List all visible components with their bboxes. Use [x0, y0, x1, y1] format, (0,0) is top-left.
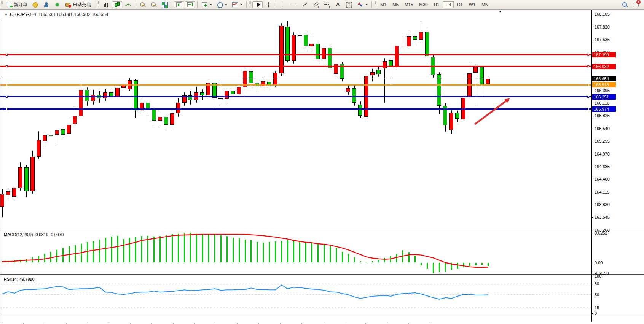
tab-timeframe-H4[interactable]: H4: [443, 1, 454, 8]
panel-divider[interactable]: [0, 229, 644, 229]
tile-windows-icon: [161, 2, 168, 8]
chevron-down-icon: [210, 4, 212, 5]
horizontal-line-tool-button[interactable]: [289, 1, 299, 8]
crosshair-icon: [265, 2, 272, 8]
auto-trading-icon: [65, 2, 72, 8]
horizontal-line-icon: [291, 2, 297, 8]
toolbar-grip: [98, 1, 99, 8]
chart-shift-button[interactable]: [185, 1, 195, 8]
zoom-out-button[interactable]: [148, 1, 159, 8]
tab-timeframe-M1[interactable]: M1: [378, 1, 389, 8]
rsi-axis-label: 0: [595, 311, 597, 316]
cursor-tool-button[interactable]: [252, 1, 263, 8]
zoom-out-icon: [150, 2, 157, 8]
toolbar-grip: [1, 1, 3, 8]
toolbar: 新订单 自动交易 E F A T: [0, 0, 644, 10]
rsi-panel: [0, 10, 644, 318]
price-level-badge: 165.974: [592, 106, 616, 112]
fibonacci-tool-button[interactable]: F: [322, 1, 332, 8]
text-label-icon: T: [346, 2, 352, 8]
price-axis-tick: [591, 205, 593, 205]
new-order-button[interactable]: 新订单: [4, 1, 29, 8]
arrows-icon: [357, 2, 363, 8]
macd-axis-tick: [591, 263, 593, 263]
price-axis-label: 164.970: [595, 152, 610, 156]
fibonacci-icon: F: [324, 2, 330, 8]
bar-chart-icon: [103, 2, 109, 8]
indicators-button[interactable]: [199, 1, 214, 8]
profile-button[interactable]: [41, 1, 51, 8]
panel-divider: [0, 314, 644, 314]
chevron-down-icon: [365, 4, 368, 5]
separator: [135, 1, 135, 8]
auto-scroll-button[interactable]: [174, 1, 184, 8]
crosshair-tool-button[interactable]: [263, 1, 274, 8]
notifications-button[interactable]: 1: [631, 1, 641, 8]
price-axis-label: 165.825: [595, 113, 610, 118]
zoom-in-button[interactable]: [137, 1, 148, 8]
price-axis-tick: [591, 154, 593, 154]
macd-axis-label: 0.00: [595, 260, 603, 265]
price-level-badge: 166.251: [592, 94, 616, 100]
zoom-in-icon: [139, 2, 146, 8]
styler-button[interactable]: [30, 1, 40, 8]
rsi-label: RSI(14) 49.7980: [4, 277, 35, 281]
candlestick-icon: [114, 2, 120, 8]
separator: [371, 1, 372, 8]
text-tool-button[interactable]: A: [333, 1, 343, 8]
tile-windows-button[interactable]: [159, 1, 170, 8]
rsi-axis-label: 100: [595, 274, 601, 278]
macd-axis-label: 0.6252: [595, 231, 607, 235]
auto-trading-button[interactable]: 自动交易: [63, 1, 93, 8]
periods-button[interactable]: [215, 1, 229, 8]
mt4-window: 新订单 自动交易 E F A T: [0, 0, 644, 324]
price-level-badge: 166.654: [592, 76, 616, 81]
search-button[interactable]: [620, 1, 630, 8]
price-axis-label: 164.400: [595, 177, 610, 181]
signals-button[interactable]: [52, 1, 62, 8]
templates-button[interactable]: [230, 1, 244, 8]
price-level-badge: 167.199: [592, 52, 616, 57]
channel-tool-button[interactable]: E: [311, 1, 321, 8]
trendline-tool-button[interactable]: [300, 1, 310, 8]
tab-timeframe-M15[interactable]: M15: [402, 1, 416, 8]
chat-bubble-icon: 1: [633, 2, 639, 8]
price-axis-label: 164.685: [595, 164, 610, 169]
panel-divider: [0, 230, 644, 230]
tab-timeframe-MN[interactable]: MN: [479, 1, 491, 8]
price-level-badge: 166.932: [592, 64, 616, 69]
vertical-line-tool-button[interactable]: [278, 1, 288, 8]
price-axis-tick: [591, 141, 593, 141]
profile-icon: [43, 2, 49, 8]
tab-timeframe-H1[interactable]: H1: [431, 1, 442, 8]
text-label-tool-button[interactable]: T: [344, 1, 354, 8]
price-axis-label: 166.110: [595, 101, 609, 105]
vertical-line-icon: [280, 2, 286, 8]
rsi-axis-tick: [591, 276, 593, 276]
auto-scroll-icon: [176, 2, 182, 8]
price-axis-tick: [591, 40, 593, 40]
signal-icon: [54, 2, 61, 8]
chart-shift-icon: [187, 2, 193, 8]
rsi-axis-tick: [591, 295, 593, 295]
price-axis-tick: [591, 192, 593, 192]
arrows-tool-button[interactable]: [355, 1, 370, 8]
price-axis-tick: [591, 129, 593, 129]
rsi-axis-tick: [591, 313, 593, 314]
bar-chart-button[interactable]: [101, 1, 111, 8]
panel-divider[interactable]: [0, 273, 644, 273]
toolbar-grip: [249, 1, 251, 8]
tab-timeframe-D1[interactable]: D1: [454, 1, 465, 8]
rsi-axis-label: 50: [595, 292, 599, 297]
tab-timeframe-W1[interactable]: W1: [466, 1, 478, 8]
cursor-icon: [254, 2, 261, 8]
clock-icon: [217, 2, 223, 8]
price-axis-label: 168.105: [595, 12, 610, 16]
separator: [95, 1, 95, 8]
rsi-axis-tick: [591, 284, 593, 284]
tab-timeframe-M5[interactable]: M5: [390, 1, 401, 8]
tab-timeframe-M30[interactable]: M30: [416, 1, 430, 8]
price-axis-tick: [591, 217, 593, 218]
line-chart-button[interactable]: [123, 1, 133, 8]
candlestick-chart-button[interactable]: [112, 1, 122, 8]
